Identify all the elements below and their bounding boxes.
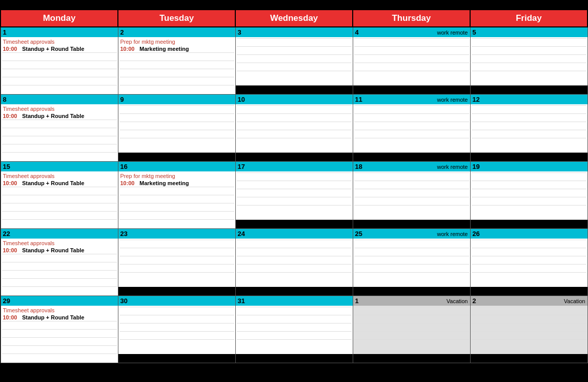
day-number: 1	[3, 28, 7, 36]
empty-row	[354, 46, 469, 54]
empty-row	[237, 54, 352, 63]
cell-header: 2Vacation	[471, 296, 587, 306]
day-cell-9-1: 9	[118, 95, 235, 162]
empty-row	[119, 113, 234, 122]
empty-row	[472, 272, 586, 280]
day-number: 5	[473, 28, 476, 36]
empty-row	[2, 128, 117, 136]
empty-row	[237, 113, 352, 122]
empty-row	[119, 256, 234, 264]
empty-row	[354, 256, 469, 264]
empty-row	[119, 52, 234, 61]
page-title	[0, 0, 588, 9]
empty-row	[119, 307, 234, 315]
cell-header: 9	[118, 95, 235, 104]
empty-row	[354, 105, 469, 113]
cell-body: Prep for mktg meeting10:00Marketing meet…	[118, 37, 235, 94]
event-label: Marketing meeting	[140, 46, 189, 52]
empty-row	[472, 138, 586, 146]
cell-body	[471, 306, 587, 354]
empty-row	[2, 77, 117, 85]
day-number: 10	[238, 96, 245, 103]
empty-row	[2, 187, 117, 195]
event-note: Timesheet approvals	[2, 105, 117, 112]
empty-row	[354, 38, 469, 46]
cell-body	[236, 37, 353, 85]
empty-row	[119, 77, 234, 85]
week-row-1: 1Timesheet approvals10:00Standup + Round…	[1, 27, 587, 95]
cell-header: 1Vacation	[353, 296, 470, 306]
day-cell-2-1: 2Prep for mktg meeting10:00Marketing mee…	[118, 27, 235, 95]
empty-row	[237, 122, 352, 130]
empty-row	[2, 286, 117, 295]
cell-body	[353, 171, 470, 220]
cell-body	[118, 306, 235, 354]
empty-row	[119, 219, 234, 227]
empty-row	[472, 63, 586, 71]
empty-row	[354, 205, 469, 213]
day-cell-17-2: 17	[235, 162, 353, 229]
day-number: 2	[120, 28, 124, 36]
calendar: MondayTuesdayWednesdayThursdayFriday 1Ti…	[0, 9, 588, 363]
empty-row	[119, 203, 234, 211]
cell-header: 15	[1, 162, 118, 171]
empty-row	[237, 272, 352, 280]
event-label: Standup + Round Table	[22, 247, 84, 253]
day-number: 29	[3, 297, 10, 305]
empty-row	[119, 105, 234, 113]
day-number: 12	[473, 96, 480, 103]
empty-row	[119, 248, 234, 256]
empty-row	[472, 264, 586, 272]
empty-row	[237, 248, 352, 256]
empty-row	[2, 195, 117, 203]
cell-header: 11work remote	[353, 95, 470, 104]
empty-row	[472, 38, 586, 46]
cell-header: 25work remote	[353, 229, 470, 239]
empty-row	[354, 264, 469, 272]
day-number: 23	[120, 230, 128, 238]
empty-row	[472, 205, 586, 213]
day-note: Vacation	[560, 298, 585, 304]
cell-header: 30	[118, 296, 235, 306]
empty-row	[237, 130, 352, 138]
calendar-header: MondayTuesdayWednesdayThursdayFriday	[1, 10, 587, 27]
column-header-friday: Friday	[470, 10, 587, 27]
day-number: 2	[473, 297, 476, 305]
day-cell-16-1: 16Prep for mktg meeting10:00Marketing me…	[118, 162, 235, 229]
empty-row	[472, 323, 586, 331]
event-time: 10:00	[3, 247, 20, 253]
cell-header: 10	[236, 95, 353, 104]
week-row-5: 29Timesheet approvals10:00Standup + Roun…	[1, 296, 587, 363]
empty-row	[2, 61, 117, 69]
empty-row	[237, 323, 352, 331]
cell-body	[236, 306, 353, 354]
cell-body	[236, 104, 353, 153]
cell-header: 4work remote	[353, 27, 470, 37]
day-note: work remote	[433, 231, 468, 237]
cell-header: 26	[471, 229, 587, 239]
empty-row	[119, 187, 234, 195]
empty-row	[2, 329, 117, 337]
day-cell-1-0: 1Timesheet approvals10:00Standup + Round…	[1, 27, 118, 95]
day-cell-18-3: 18work remote	[353, 162, 470, 229]
empty-row	[119, 195, 234, 203]
event-note: Prep for mktg meeting	[119, 38, 234, 45]
day-cell-15-0: 15Timesheet approvals10:00Standup + Roun…	[1, 162, 118, 229]
empty-row	[472, 240, 586, 248]
day-cell-24-2: 24	[235, 229, 353, 296]
empty-row	[472, 197, 586, 205]
event-time: 10:00	[3, 113, 20, 119]
empty-row	[2, 136, 117, 144]
time-event: 10:00Standup + Round Table	[2, 314, 117, 321]
day-number: 24	[238, 230, 245, 238]
empty-row	[2, 152, 117, 160]
event-time: 10:00	[120, 180, 138, 186]
cell-header: 1	[1, 27, 118, 37]
cell-header: 18work remote	[353, 162, 470, 171]
empty-row	[237, 63, 352, 71]
event-label: Standup + Round Table	[22, 113, 84, 119]
empty-row	[472, 172, 586, 181]
empty-row	[472, 256, 586, 264]
empty-row	[472, 71, 586, 79]
cell-header: 17	[236, 162, 353, 171]
